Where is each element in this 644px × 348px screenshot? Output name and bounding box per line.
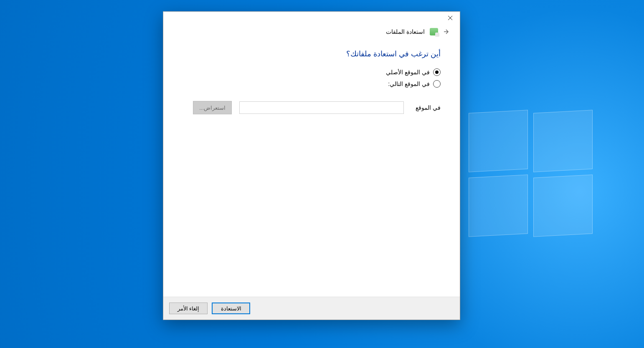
restore-icon — [430, 28, 438, 35]
location-row: في الموقع استعراض... — [176, 101, 441, 114]
close-button[interactable] — [441, 12, 460, 24]
close-icon — [448, 16, 452, 20]
windows-logo — [469, 111, 594, 237]
wizard-header: استعادة الملفات — [163, 28, 460, 42]
wizard-title: استعادة الملفات — [386, 28, 425, 35]
radio-icon — [433, 80, 441, 88]
restore-button[interactable]: الاستعادة — [212, 303, 250, 314]
cancel-button[interactable]: إلغاء الأمر — [169, 303, 208, 314]
radio-label-original: في الموقع الأصلي — [386, 69, 430, 76]
location-input[interactable] — [239, 101, 404, 114]
browse-button[interactable]: استعراض... — [193, 101, 232, 114]
radio-option-following[interactable]: في الموقع التالي: — [176, 80, 441, 88]
back-arrow-icon[interactable] — [443, 28, 451, 36]
dialog-footer: الاستعادة إلغاء الأمر — [163, 297, 460, 320]
dialog-content: أين ترغب في استعادة ملفاتك؟ في الموقع ال… — [163, 42, 460, 297]
location-label: في الموقع — [411, 104, 441, 111]
radio-label-following: في الموقع التالي: — [388, 81, 430, 87]
restore-files-dialog: استعادة الملفات أين ترغب في استعادة ملفا… — [163, 11, 460, 320]
desktop-background: استعادة الملفات أين ترغب في استعادة ملفا… — [0, 0, 644, 348]
radio-option-original[interactable]: في الموقع الأصلي — [176, 68, 441, 76]
radio-icon — [433, 68, 441, 76]
dialog-titlebar — [163, 12, 460, 28]
page-heading: أين ترغب في استعادة ملفاتك؟ — [176, 49, 441, 58]
